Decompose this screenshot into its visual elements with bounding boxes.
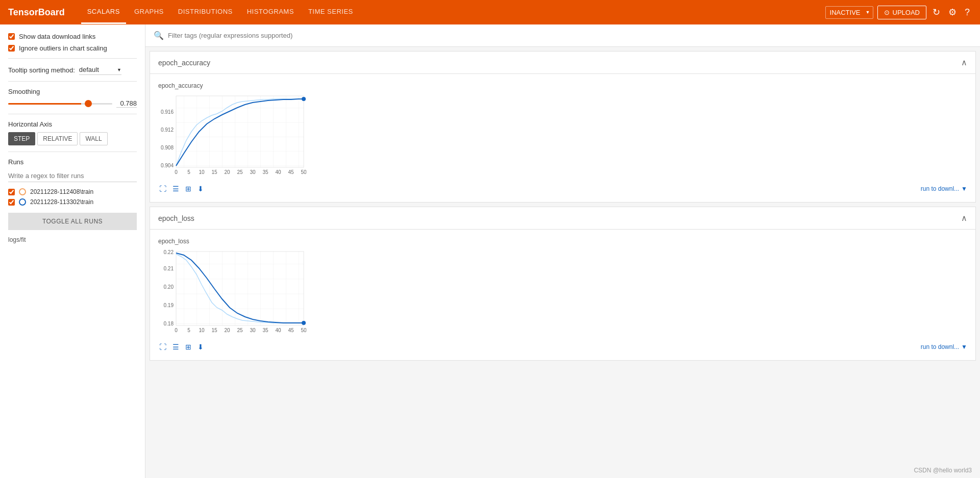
- run-to-download-accuracy[interactable]: run to downl... ▼: [921, 185, 967, 192]
- svg-text:10: 10: [199, 328, 205, 333]
- toggle-all-runs-button[interactable]: TOGGLE ALL RUNS: [8, 213, 137, 230]
- haxis-section: Horizontal Axis STEP RELATIVE WALL: [8, 120, 137, 145]
- haxis-step-button[interactable]: STEP: [8, 132, 35, 145]
- svg-text:25: 25: [237, 328, 243, 333]
- svg-text:10: 10: [199, 169, 205, 175]
- smoothing-section: Smoothing: [8, 88, 137, 108]
- filter-bar: 🔍: [145, 24, 980, 47]
- data-button-loss[interactable]: ☰: [172, 342, 180, 352]
- run-2-checkbox[interactable]: [8, 199, 15, 206]
- status-select[interactable]: INACTIVE ACTIVE: [825, 6, 873, 19]
- epoch-loss-card: epoch_loss ∧ epoch_loss 0.18: [150, 207, 976, 361]
- svg-text:0.908: 0.908: [161, 145, 174, 150]
- svg-text:30: 30: [250, 328, 256, 333]
- run-item-2[interactable]: 20211228-113302\train: [8, 198, 137, 206]
- run-to-download-loss[interactable]: run to downl... ▼: [921, 343, 967, 350]
- haxis-wall-button[interactable]: WALL: [80, 132, 107, 145]
- run-1-checkbox[interactable]: [8, 189, 15, 195]
- sidebar: Show data download links Ignore outliers…: [0, 24, 145, 478]
- tag-filter-input[interactable]: [168, 32, 972, 39]
- main-nav: SCALARS GRAPHS DISTRIBUTIONS HISTOGRAMS …: [81, 1, 359, 24]
- epoch-accuracy-inner: epoch_accuracy 0.904 0.908 0.91: [150, 74, 975, 202]
- app-logo: TensorBoard: [8, 7, 65, 18]
- nav-scalars[interactable]: SCALARS: [81, 1, 126, 24]
- svg-text:15: 15: [211, 169, 217, 175]
- epoch-loss-collapse-icon[interactable]: ∧: [961, 213, 967, 223]
- settings-icon[interactable]: ⚙: [946, 5, 959, 20]
- ignore-outliers-row: Ignore outliers in chart scaling: [8, 44, 137, 52]
- help-icon[interactable]: ?: [963, 5, 972, 20]
- epoch-accuracy-svg: 0.904 0.908 0.912 0.916 0 5 10 15 20 25 …: [158, 93, 306, 180]
- epoch-loss-inner: epoch_loss 0.18 0.19 0.20 0.21: [150, 230, 975, 360]
- svg-text:5: 5: [187, 169, 190, 175]
- run-to-download-accuracy-label: run to downl...: [921, 185, 959, 192]
- svg-text:15: 15: [211, 328, 217, 333]
- refresh-icon[interactable]: ↻: [930, 5, 942, 20]
- epoch-accuracy-title: epoch_accuracy: [158, 59, 210, 67]
- run-to-download-loss-arrow: ▼: [961, 343, 967, 350]
- header-right: INACTIVE ACTIVE ⊙ UPLOAD ↻ ⚙ ?: [825, 5, 972, 20]
- run-item-1[interactable]: 20211228-112408\train: [8, 188, 137, 195]
- nav-histograms[interactable]: HISTOGRAMS: [241, 1, 300, 24]
- fullscreen-button-accuracy[interactable]: ⛶: [158, 184, 167, 194]
- search-icon: 🔍: [154, 31, 164, 40]
- run-2-circle: [19, 198, 26, 206]
- upload-label: UPLOAD: [893, 9, 920, 16]
- haxis-title: Horizontal Axis: [8, 120, 137, 128]
- download-button-accuracy[interactable]: ⬇: [197, 184, 205, 194]
- ignore-outliers-checkbox[interactable]: [8, 45, 15, 52]
- logs-fit-label: logs/fit: [8, 236, 137, 243]
- svg-text:40: 40: [275, 169, 281, 175]
- data-button-accuracy[interactable]: ☰: [172, 184, 180, 194]
- main-layout: Show data download links Ignore outliers…: [0, 24, 980, 478]
- run-to-download-accuracy-arrow: ▼: [961, 185, 967, 192]
- show-download-links-checkbox[interactable]: [8, 33, 15, 40]
- image-button-loss[interactable]: ⊞: [184, 342, 192, 352]
- nav-distributions[interactable]: DISTRIBUTIONS: [172, 1, 239, 24]
- ignore-outliers-label: Ignore outliers in chart scaling: [19, 44, 107, 52]
- divider-1: [8, 58, 137, 59]
- epoch-accuracy-collapse-icon[interactable]: ∧: [961, 58, 967, 67]
- epoch-accuracy-card: epoch_accuracy ∧ epoch_accuracy: [150, 51, 976, 203]
- nav-timeseries[interactable]: TIME SERIES: [302, 1, 359, 24]
- tooltip-select-wrapper: default ascending descending nearest: [79, 65, 121, 75]
- svg-text:0.916: 0.916: [161, 109, 174, 115]
- divider-3: [8, 114, 137, 114]
- run-1-circle: [19, 188, 26, 195]
- runs-filter-input[interactable]: [8, 170, 137, 182]
- tooltip-label: Tooltip sorting method:: [8, 66, 75, 74]
- epoch-loss-chart: 0.18 0.19 0.20 0.21 0.22 0 5 10 15 20 25…: [158, 249, 967, 340]
- header: TensorBoard SCALARS GRAPHS DISTRIBUTIONS…: [0, 0, 980, 24]
- epoch-accuracy-subtitle: epoch_accuracy: [158, 82, 967, 89]
- run-to-download-loss-label: run to downl...: [921, 343, 959, 350]
- divider-4: [8, 152, 137, 152]
- epoch-loss-footer: ⛶ ☰ ⊞ ⬇ run to downl... ▼: [158, 342, 967, 352]
- status-select-wrapper: INACTIVE ACTIVE: [825, 6, 873, 19]
- svg-text:20: 20: [224, 169, 230, 175]
- run-1-label: 20211228-112408\train: [30, 188, 93, 195]
- svg-text:0: 0: [175, 169, 178, 175]
- tooltip-select[interactable]: default ascending descending nearest: [79, 65, 121, 75]
- smoothing-row: [8, 99, 137, 108]
- epoch-loss-subtitle: epoch_loss: [158, 238, 967, 245]
- download-button-loss[interactable]: ⬇: [197, 342, 205, 352]
- haxis-relative-button[interactable]: RELATIVE: [37, 132, 78, 145]
- svg-text:40: 40: [275, 328, 281, 333]
- epoch-loss-title: epoch_loss: [158, 214, 194, 222]
- svg-text:35: 35: [262, 169, 268, 175]
- svg-text:0.912: 0.912: [161, 127, 174, 133]
- nav-graphs[interactable]: GRAPHS: [128, 1, 170, 24]
- fullscreen-button-loss[interactable]: ⛶: [158, 342, 167, 352]
- svg-text:50: 50: [301, 169, 306, 175]
- svg-text:5: 5: [187, 328, 190, 333]
- svg-text:0.20: 0.20: [164, 284, 174, 290]
- svg-text:0.22: 0.22: [164, 249, 174, 255]
- svg-point-34: [302, 321, 306, 325]
- smoothing-slider[interactable]: [8, 103, 112, 105]
- svg-text:0: 0: [175, 328, 178, 333]
- smoothing-value-input[interactable]: [116, 99, 137, 108]
- image-button-accuracy[interactable]: ⊞: [184, 184, 192, 194]
- upload-button[interactable]: ⊙ UPLOAD: [877, 6, 926, 19]
- divider-2: [8, 81, 137, 82]
- epoch-loss-header: epoch_loss ∧: [150, 207, 975, 230]
